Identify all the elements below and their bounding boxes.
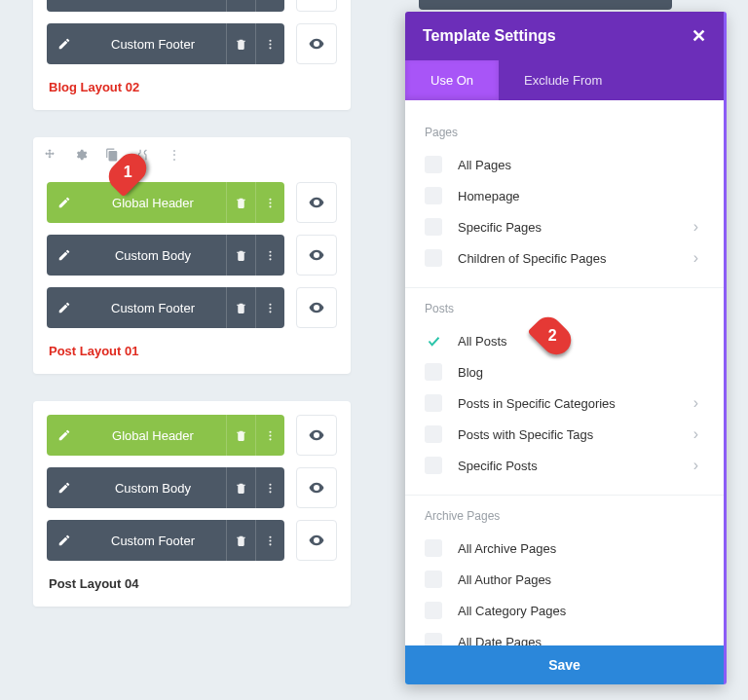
layout-title: Post Layout 04 [47, 572, 337, 593]
option-row[interactable]: Blog [425, 356, 704, 387]
option-label: Specific Pages [458, 220, 542, 235]
option-row[interactable]: All Date Pages [425, 626, 704, 645]
trash-icon[interactable] [226, 235, 255, 276]
option-row[interactable]: Specific Posts› [425, 450, 704, 481]
trash-icon[interactable] [226, 467, 255, 508]
visibility-button[interactable] [296, 0, 337, 12]
layout-row: Custom Footer [47, 287, 337, 328]
layout-bar[interactable]: Custom Body [47, 0, 284, 12]
chevron-right-icon[interactable]: › [693, 425, 698, 443]
layout-bar[interactable]: Custom Footer [47, 23, 284, 64]
duplicate-icon[interactable] [105, 148, 119, 162]
checkbox[interactable] [425, 363, 442, 381]
option-row[interactable]: All Author Pages [425, 564, 704, 595]
chevron-right-icon[interactable]: › [693, 457, 698, 474]
section-label: Pages [425, 126, 704, 139]
move-icon[interactable] [43, 148, 56, 162]
layout-row: Custom Body [47, 0, 337, 12]
save-button[interactable]: Save [405, 645, 724, 684]
option-row[interactable]: Specific Pages› [425, 211, 704, 242]
card-toolbar: ⋮ [43, 147, 181, 163]
checkbox[interactable] [425, 394, 442, 412]
layout-card: ⋮Global HeaderCustom BodyCustom FooterPo… [33, 137, 351, 374]
gear-icon[interactable] [74, 148, 88, 162]
chevron-right-icon[interactable]: › [693, 218, 698, 236]
checkbox[interactable] [425, 571, 442, 588]
section-label: Posts [425, 302, 704, 315]
svg-point-21 [269, 535, 271, 537]
tab-exclude-from[interactable]: Exclude From [499, 60, 627, 100]
svg-point-23 [269, 543, 271, 545]
layout-bar[interactable]: Custom Footer [47, 287, 284, 328]
trash-icon[interactable] [226, 287, 255, 328]
svg-point-17 [269, 438, 271, 440]
layout-row: Custom Footer [47, 23, 337, 64]
chevron-right-icon[interactable]: › [693, 249, 698, 267]
visibility-button[interactable] [296, 467, 337, 508]
check-icon[interactable] [425, 332, 442, 350]
svg-point-19 [269, 487, 271, 489]
visibility-button[interactable] [296, 287, 337, 328]
checkbox[interactable] [425, 249, 442, 267]
row-more-icon[interactable] [255, 287, 284, 328]
background-layout-bar: Custom Body [419, 0, 672, 10]
row-more-icon[interactable] [255, 182, 284, 223]
layout-bar[interactable]: Custom Body [47, 467, 284, 508]
checkbox[interactable] [425, 156, 442, 173]
checkbox[interactable] [425, 425, 442, 443]
checkbox[interactable] [425, 633, 442, 645]
option-row[interactable]: Children of Specific Pages› [425, 242, 704, 274]
panel-body: PagesAll PagesHomepageSpecific Pages›Chi… [405, 100, 724, 645]
visibility-button[interactable] [296, 415, 337, 456]
option-row[interactable]: All Archive Pages [425, 533, 704, 564]
checkbox[interactable] [425, 187, 442, 204]
trash-icon[interactable] [226, 182, 255, 223]
svg-point-11 [269, 258, 271, 260]
layout-card: Custom BodyCustom FooterBlog Layout 02 [33, 0, 351, 110]
option-row[interactable]: All Category Pages [425, 595, 704, 626]
layout-title: Blog Layout 02 [47, 76, 337, 96]
option-label: All Archive Pages [458, 541, 556, 556]
visibility-button[interactable] [296, 520, 337, 561]
layout-bar[interactable]: Custom Footer [47, 520, 284, 561]
row-more-icon[interactable] [255, 235, 284, 276]
more-icon[interactable]: ⋮ [168, 147, 181, 163]
close-icon[interactable]: ✕ [692, 25, 706, 47]
trash-icon[interactable] [226, 415, 255, 456]
checkbox[interactable] [425, 218, 442, 236]
panel-title: Template Settings [423, 27, 556, 45]
svg-point-15 [269, 430, 271, 432]
option-row[interactable]: All Pages [425, 149, 704, 180]
chevron-right-icon[interactable]: › [693, 394, 698, 412]
option-label: Posts in Specific Categories [458, 396, 616, 411]
visibility-button[interactable] [296, 23, 337, 64]
layout-bar[interactable]: Global Header [47, 415, 284, 456]
svg-point-7 [269, 202, 271, 203]
row-more-icon[interactable] [255, 467, 284, 508]
checkbox[interactable] [425, 457, 442, 474]
row-more-icon[interactable] [255, 520, 284, 561]
option-row[interactable]: Posts in Specific Categories› [425, 387, 704, 419]
svg-point-13 [269, 307, 271, 309]
option-row[interactable]: Posts with Specific Tags› [425, 419, 704, 450]
tab-use-on[interactable]: Use On [405, 60, 499, 100]
row-more-icon[interactable] [255, 0, 284, 12]
trash-icon[interactable] [226, 520, 255, 561]
option-label: Specific Posts [458, 459, 538, 473]
checkbox[interactable] [425, 539, 442, 557]
trash-icon[interactable] [226, 0, 255, 12]
trash-icon[interactable] [226, 23, 255, 64]
layout-row: Custom Body [47, 467, 337, 508]
svg-point-3 [269, 39, 271, 41]
svg-point-18 [269, 483, 271, 485]
divider [405, 495, 724, 496]
layout-bar[interactable]: Global Header [47, 182, 284, 223]
option-row[interactable]: Homepage [425, 180, 704, 211]
checkbox[interactable] [425, 602, 442, 619]
option-label: Children of Specific Pages [458, 251, 606, 266]
row-more-icon[interactable] [255, 415, 284, 456]
visibility-button[interactable] [296, 182, 337, 223]
row-more-icon[interactable] [255, 23, 284, 64]
layout-bar[interactable]: Custom Body [47, 235, 284, 276]
visibility-button[interactable] [296, 235, 337, 276]
